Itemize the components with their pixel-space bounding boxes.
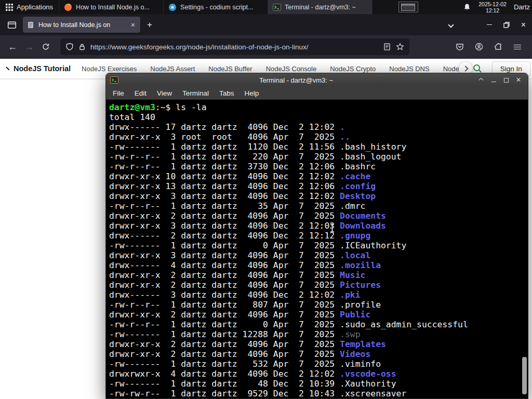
terminal-line: -rw------- 1 dartz dartz 532 Apr 7 2025 … xyxy=(109,359,528,369)
taskbar-item-title: Settings - codium script... xyxy=(180,4,253,11)
menu-tabs[interactable]: Tabs xyxy=(214,87,240,100)
search-icon[interactable] xyxy=(472,63,483,74)
terminal-shade-button[interactable] xyxy=(476,75,486,85)
browser-tab[interactable]: How to Install Node.js on × xyxy=(23,17,140,33)
tracking-shield-icon[interactable] xyxy=(65,43,74,51)
terminal-maximize-button[interactable] xyxy=(501,75,511,85)
panel-status-area: 2025-12-02 12:12 Dartz xyxy=(463,1,532,14)
account-button[interactable] xyxy=(472,39,486,54)
hamburger-icon xyxy=(514,45,521,49)
taskbar-item-settings[interactable]: Settings - codium script... xyxy=(164,0,268,14)
site-nav-item[interactable]: NodeJS DNS xyxy=(389,65,429,73)
browser-tab-bar: How to Install Node.js on × + × xyxy=(0,14,532,35)
workspace-switcher[interactable] xyxy=(398,2,418,12)
menu-terminal[interactable]: Terminal xyxy=(177,87,214,100)
site-nav-item[interactable]: NodeJS Buffer xyxy=(208,65,252,73)
panel-user-menu[interactable]: Dartz xyxy=(514,3,530,11)
menu-help[interactable]: Help xyxy=(240,87,264,100)
window-restore-button[interactable] xyxy=(498,17,515,33)
taskbar-item-terminal[interactable]: Terminal - dartz@vm3: ~ xyxy=(268,0,373,14)
tabbar-right-controls: × xyxy=(443,17,532,33)
app-menu-button[interactable] xyxy=(510,39,525,54)
panel-clock[interactable]: 2025-12-02 12:12 xyxy=(478,1,507,14)
window-minimize-button[interactable] xyxy=(481,17,498,33)
site-nav-item[interactable]: NodeJS Crypto xyxy=(330,65,376,73)
firefox-view-button[interactable] xyxy=(4,17,20,33)
taskbar-item-title: How to Install Node.js o... xyxy=(76,4,150,11)
maximize-icon xyxy=(504,78,509,83)
list-all-tabs-button[interactable] xyxy=(443,17,459,33)
restore-icon xyxy=(503,21,510,29)
clock-date: 2025-12-02 xyxy=(478,1,507,7)
terminal-minimize-button[interactable] xyxy=(488,75,499,85)
account-person-icon xyxy=(475,43,483,51)
terminal-menubar: File Edit View Terminal Tabs Help xyxy=(106,87,528,100)
menu-view[interactable]: View xyxy=(152,87,177,100)
terminal-line: -rw------- 1 dartz dartz 12288 Apr 7 202… xyxy=(109,329,528,339)
extensions-button[interactable] xyxy=(491,39,506,54)
terminal-line: -rw------- 1 dartz dartz 0 Apr 7 2025 .I… xyxy=(109,241,528,250)
taskbar-item-browser[interactable]: How to Install Node.js o... xyxy=(59,0,164,14)
reload-icon xyxy=(42,43,50,51)
new-tab-button[interactable]: + xyxy=(142,18,157,32)
browser-toolbar: ← → https://www.geeksforgeeks.org/node-j… xyxy=(0,35,532,59)
terminal-line: -rw-rw-r-- 1 dartz dartz 9529 Dec 2 10:4… xyxy=(109,389,528,398)
puzzle-icon xyxy=(494,43,502,51)
terminal-line: drwx------ 17 dartz dartz 4096 Dec 2 12:… xyxy=(109,122,528,132)
site-nav-item[interactable]: NodeJS Console xyxy=(266,65,317,73)
reload-button[interactable] xyxy=(37,38,54,55)
terminal-line: drwx------ 2 dartz dartz 4096 Dec 2 12:1… xyxy=(109,231,528,241)
minimize-icon xyxy=(487,24,492,25)
terminal-output[interactable]: dartz@vm3:~$ ls -latotal 140drwx------ 1… xyxy=(106,100,528,398)
terminal-close-button[interactable]: × xyxy=(513,75,524,85)
terminal-line: drwxr-xr-x 2 dartz dartz 4096 Apr 7 2025… xyxy=(109,310,528,320)
window-close-button[interactable]: × xyxy=(515,17,532,33)
bookmark-star-icon[interactable] xyxy=(396,43,404,51)
terminal-window: Terminal - dartz@vm3: ~ × File Edit View… xyxy=(105,73,528,399)
site-nav-item[interactable]: NodeJS Exercises xyxy=(82,65,137,73)
terminal-line: drwxr-xr-x 2 dartz dartz 4096 Apr 7 2025… xyxy=(109,349,528,359)
terminal-scrollbar-thumb[interactable] xyxy=(522,357,527,394)
chevron-up-icon xyxy=(479,78,483,82)
terminal-line: drwxr-xr-x 2 dartz dartz 4096 Apr 7 2025… xyxy=(109,270,528,280)
terminal-line: drwxr-xr-x 3 dartz dartz 4096 Dec 2 12:0… xyxy=(109,221,528,231)
menu-edit[interactable]: Edit xyxy=(129,87,152,100)
terminal-titlebar[interactable]: Terminal - dartz@vm3: ~ × xyxy=(106,73,528,87)
toolbar-extension-area xyxy=(453,39,528,54)
firefox-icon xyxy=(64,3,72,11)
site-nav-item[interactable]: Node xyxy=(443,65,459,73)
notification-bell-icon[interactable] xyxy=(463,3,471,11)
save-to-pocket-button[interactable] xyxy=(453,39,467,54)
chevron-right-icon xyxy=(462,65,468,71)
chevron-left-icon[interactable] xyxy=(6,66,9,70)
terminal-line: -rw------- 1 dartz dartz 1120 Dec 2 11:5… xyxy=(109,142,528,152)
terminal-line: -rw-r--r-- 1 dartz dartz 0 Apr 7 2025 .s… xyxy=(109,320,528,329)
minimize-icon xyxy=(491,82,496,82)
site-nav-title[interactable]: NodeJS Tutorial xyxy=(14,64,71,73)
terminal-line: drwx------ 3 dartz dartz 4096 Dec 2 12:0… xyxy=(109,290,528,300)
url-bar[interactable]: https://www.geeksforgeeks.org/node-js/in… xyxy=(60,38,409,55)
terminal-line: -rw-r--r-- 1 dartz dartz 3730 Dec 2 12:0… xyxy=(109,162,528,171)
back-button[interactable]: ← xyxy=(4,38,21,55)
desktop: Applications How to Install Node.js o...… xyxy=(0,0,532,399)
forward-button[interactable]: → xyxy=(21,38,37,55)
menu-file[interactable]: File xyxy=(108,87,129,100)
terminal-line: -rw-r--r-- 1 dartz dartz 35 Apr 7 2025 .… xyxy=(109,201,528,211)
lock-icon[interactable] xyxy=(78,43,86,50)
tab-title: How to Install Node.js on xyxy=(38,21,126,29)
site-nav-item[interactable]: NodeJS Assert xyxy=(150,65,195,73)
tab-favicon xyxy=(27,21,34,29)
applications-menu[interactable]: Applications xyxy=(0,0,59,14)
terminal-line: -rw------- 1 dartz dartz 48 Dec 2 10:39 … xyxy=(109,379,528,389)
terminal-line: -rw-r--r-- 1 dartz dartz 807 Apr 7 2025 … xyxy=(109,300,528,310)
terminal-line: drwxr-xr-x 3 dartz dartz 4096 Apr 7 2025… xyxy=(109,250,528,260)
terminal-line: drwxrwxr-x 4 dartz dartz 4096 Dec 2 12:0… xyxy=(109,369,528,379)
terminal-line: drwxr-xr-x 3 root root 4096 Apr 7 2025 .… xyxy=(109,132,528,142)
tab-close-button[interactable]: × xyxy=(130,21,136,29)
url-text[interactable]: https://www.geeksforgeeks.org/node-js/in… xyxy=(90,43,378,51)
workspace-window-preview xyxy=(401,4,415,11)
reader-mode-icon[interactable] xyxy=(383,43,391,51)
top-panel: Applications How to Install Node.js o...… xyxy=(0,0,532,14)
terminal-line: drwx------ 4 dartz dartz 4096 Apr 7 2025… xyxy=(109,260,528,270)
terminal-line: dartz@vm3:~$ ls -la xyxy=(109,102,528,112)
